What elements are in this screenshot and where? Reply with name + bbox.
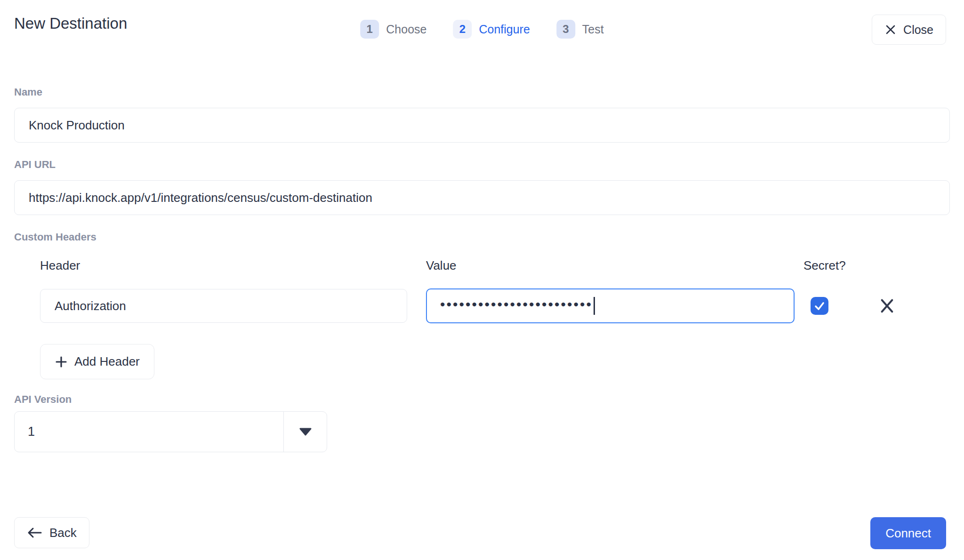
secret-checkbox[interactable] (811, 297, 828, 315)
column-header: Header (40, 258, 426, 273)
step-number-badge: 1 (360, 20, 379, 39)
new-destination-modal: New Destination 1 Choose 2 Configure 3 T… (0, 0, 964, 560)
chevron-down-icon (298, 427, 313, 436)
connect-button-label: Connect (885, 526, 931, 540)
column-value: Value (426, 258, 803, 273)
stepper: 1 Choose 2 Configure 3 Test (360, 20, 603, 39)
custom-headers-label: Custom Headers (14, 231, 950, 243)
step-choose[interactable]: 1 Choose (360, 20, 426, 39)
delete-header-button[interactable] (878, 297, 895, 314)
close-button[interactable]: Close (872, 15, 946, 45)
custom-headers-column-row: Header Value Secret? (40, 258, 950, 273)
name-input[interactable] (14, 108, 950, 143)
api-version-select[interactable]: 1 (14, 411, 327, 452)
plus-icon (55, 355, 68, 368)
back-button[interactable]: Back (14, 517, 89, 548)
back-button-label: Back (49, 526, 77, 540)
step-label: Test (582, 23, 604, 36)
close-icon (884, 24, 897, 36)
api-url-input[interactable] (14, 180, 950, 215)
name-label: Name (14, 86, 950, 98)
step-configure[interactable]: 2 Configure (453, 20, 530, 39)
configure-form: Name API URL Custom Headers Header Value… (14, 86, 950, 452)
step-number-badge: 3 (556, 20, 575, 39)
step-label: Configure (479, 23, 530, 36)
add-header-button[interactable]: Add Header (40, 344, 154, 379)
text-cursor (594, 297, 595, 315)
page-title: New Destination (14, 13, 127, 34)
arrow-left-icon (27, 527, 42, 539)
connect-button[interactable]: Connect (870, 517, 946, 549)
api-url-label: API URL (14, 159, 950, 171)
close-button-label: Close (903, 23, 933, 37)
check-icon (813, 300, 826, 312)
custom-header-row: •••••••••••••••••••••••• (40, 288, 950, 323)
select-arrow-section[interactable] (283, 412, 327, 452)
step-test[interactable]: 3 Test (556, 20, 604, 39)
step-label: Choose (386, 23, 426, 36)
header-value-input[interactable]: •••••••••••••••••••••••• (426, 288, 795, 323)
delete-x-icon (878, 297, 895, 314)
column-secret: Secret? (803, 258, 846, 273)
api-version-value: 1 (15, 412, 283, 452)
add-header-label: Add Header (74, 354, 140, 369)
header-name-input[interactable] (40, 289, 407, 323)
masked-value: •••••••••••••••••••••••• (440, 297, 593, 312)
api-version-label: API Version (14, 393, 950, 406)
step-number-badge: 2 (453, 20, 472, 39)
